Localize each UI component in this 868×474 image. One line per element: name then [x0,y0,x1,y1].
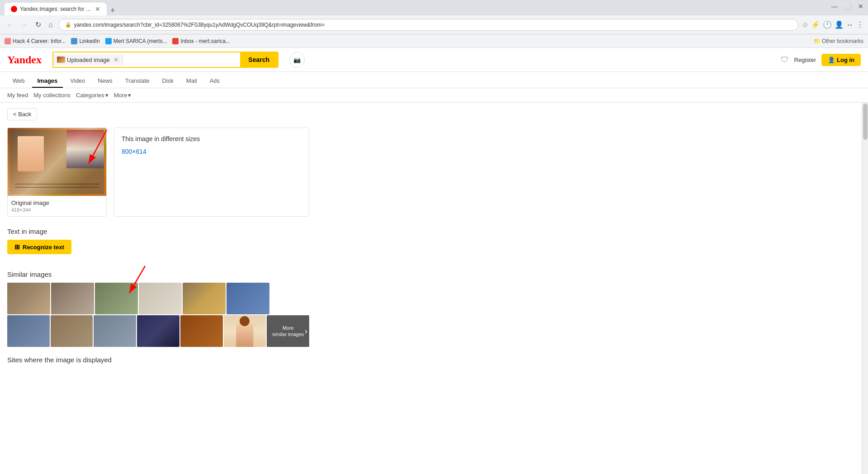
address-bar: ← → ↻ ⌂ 🔒 yandex.com/images/search?cbir_… [0,15,868,34]
tab-mail[interactable]: Mail [181,75,203,88]
tab-title: Yandex.Images: search for image... [20,6,92,12]
scrollbar-thumb[interactable] [863,104,868,140]
tab-web[interactable]: Web [7,75,30,88]
yandex-header: Yandex Uploaded image ✕ Search 📷 🛡 Regis… [0,48,868,72]
yandex-logo[interactable]: Yandex [7,54,42,66]
user-icon: 👤 [828,57,835,63]
bookmark-hack[interactable]: Hack 4 Career: Infor... [5,38,66,44]
tab-translate[interactable]: Translate [120,75,155,88]
register-link[interactable]: Register [794,57,816,63]
forward-nav-button[interactable]: → [19,19,30,31]
original-image-info: Original image 418×344 [8,196,106,216]
similar-images-title: Similar images [7,270,309,278]
sub-nav-mycollections[interactable]: My collections [33,91,71,100]
login-button[interactable]: 👤 Log in [821,54,861,66]
bookmark-linkedin-icon [71,38,77,44]
similar-image-10[interactable] [137,315,179,347]
similar-image-1[interactable] [7,283,50,314]
more-chevron-icon: ▾ [128,92,131,99]
size-800x614-link[interactable]: 800×614 [122,148,146,155]
history-icon[interactable]: 🕐 [823,20,832,29]
bookmarks-bar: Hack 4 Career: Infor... LinkedIn Mert SA… [0,34,868,48]
tab-news[interactable]: News [92,75,118,88]
sub-nav-categories[interactable]: Categories ▾ [76,92,108,99]
bookmark-gmail[interactable]: Inbox - mert.sarica... [172,38,230,44]
search-button[interactable]: Search [240,52,278,67]
bookmark-twitter-icon [105,38,112,44]
text-in-image-title: Text in image [7,228,309,235]
remove-upload-button[interactable]: ✕ [113,56,119,63]
menu-icon[interactable]: ⋮ [856,20,863,29]
similar-image-7[interactable] [7,315,50,347]
back-button[interactable]: < Back [7,108,37,120]
similar-image-4[interactable] [139,283,182,314]
minimize-button[interactable]: — [831,3,838,10]
extensions-icon[interactable]: ⚡ [811,20,820,29]
similar-images-row-2: Moresimilar images › [7,315,309,347]
sizes-title: This image in different sizes [122,135,302,142]
camera-search-button[interactable]: 📷 [289,52,305,67]
tab-ads[interactable]: Ads [204,75,225,88]
similar-image-11[interactable] [180,315,223,347]
bookmark-twitter-label: Mert SARICA (merts... [113,38,167,44]
image-comparison-section: Original image 418×344 This image in dif… [7,128,309,217]
tab-close-button[interactable]: ✕ [95,5,100,13]
categories-label: Categories [76,92,104,99]
similar-image-12[interactable] [224,315,266,347]
address-bar-actions: ☆ ⚡ 🕐 👤 ↔ ⋮ [802,20,863,29]
similar-images-row-1 [7,283,309,314]
maximize-button[interactable]: ⬜ [844,3,852,10]
sites-section: Sites where the image is displayed [7,356,309,364]
sites-section-title: Sites where the image is displayed [7,356,309,364]
star-icon[interactable]: ☆ [802,20,808,29]
uploaded-label: Uploaded image [67,57,110,63]
home-button[interactable]: ⌂ [47,19,55,31]
original-image-card: Original image 418×344 [7,128,107,217]
header-right: 🛡 Register 👤 Log in [781,54,861,66]
url-bar[interactable]: 🔒 yandex.com/images/search?cbir_id=32580… [58,19,798,31]
tab-images[interactable]: Images [32,75,63,88]
similar-image-8[interactable] [51,315,93,347]
tab-disk[interactable]: Disk [157,75,179,88]
tab-favicon [11,6,17,12]
more-similar-images-button[interactable]: Moresimilar images › [267,315,309,347]
page-wrapper: < Back [0,103,868,474]
recognize-text-button[interactable]: ⊞ Recognize text [7,240,71,254]
reload-button[interactable]: ↻ [33,19,43,31]
similar-images-section: Similar images [7,270,309,347]
similar-image-5[interactable] [183,283,226,314]
sub-nav-myfeed[interactable]: My feed [7,91,28,100]
bookmark-linkedin[interactable]: LinkedIn [71,38,99,44]
more-arrow-icon: › [305,327,307,336]
tab-bar: Yandex.Images: search for image... ✕ + —… [0,0,868,15]
search-box: Uploaded image ✕ Search [52,52,278,68]
bookmark-twitter[interactable]: Mert SARICA (merts... [105,38,167,44]
similar-image-9[interactable] [94,315,136,347]
similar-image-6[interactable] [226,283,269,314]
active-tab[interactable]: Yandex.Images: search for image... ✕ [5,3,107,15]
other-bookmarks[interactable]: 📁 Other bookmarks [814,38,863,44]
close-button[interactable]: ✕ [858,3,863,10]
url-text: yandex.com/images/search?cbir_id=3258067… [74,22,325,28]
categories-chevron-icon: ▾ [105,92,108,99]
back-nav-button[interactable]: ← [5,19,15,31]
search-input[interactable] [123,53,241,66]
shield-icon[interactable]: 🛡 [781,55,789,65]
scrollbar[interactable] [862,103,868,474]
sync-icon[interactable]: ↔ [846,21,854,29]
bookmark-gmail-icon [172,38,179,44]
lock-icon: 🔒 [65,22,71,28]
new-tab-button[interactable]: + [107,6,119,15]
similar-image-2[interactable] [51,283,94,314]
similar-image-3[interactable] [95,283,138,314]
original-image-dims: 418×344 [11,207,103,213]
profile-icon[interactable]: 👤 [835,20,844,29]
sub-nav-more[interactable]: More ▾ [114,92,132,99]
bookmark-linkedin-label: LinkedIn [79,38,99,44]
content-area: < Back [0,103,862,474]
uploaded-thumb-preview [57,57,65,63]
tab-video[interactable]: Video [65,75,90,88]
recognize-icon: ⊞ [14,243,20,251]
sub-nav: My feed My collections Categories ▾ More… [0,88,868,103]
uploaded-image-tag: Uploaded image ✕ [53,54,123,65]
